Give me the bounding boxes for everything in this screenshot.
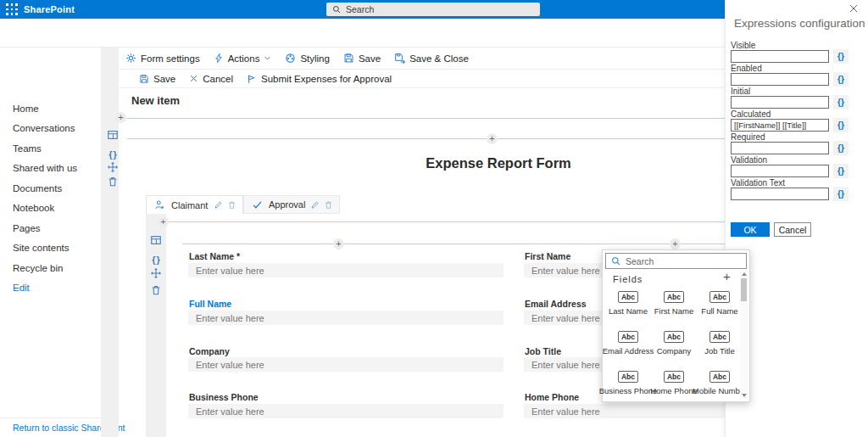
add-control-button-left-column[interactable]: +: [333, 238, 344, 249]
panel-input-visible[interactable]: [731, 50, 829, 63]
scroll-up-icon[interactable]: [742, 272, 747, 276]
top-search-box[interactable]: [326, 3, 540, 16]
styling-button[interactable]: Styling: [285, 53, 330, 64]
field-input-business-phone[interactable]: [188, 404, 504, 418]
popup-search-box[interactable]: [605, 253, 747, 269]
search-input[interactable]: [346, 4, 515, 14]
field-item-full-name[interactable]: AbcFull Name: [697, 289, 743, 329]
scrollbar-thumb[interactable]: [741, 278, 747, 301]
field-item-first-name[interactable]: AbcFirst Name: [651, 289, 697, 329]
field-item-job-title[interactable]: AbcJob Title: [697, 329, 743, 369]
sidebar-footer-divider: [0, 417, 101, 418]
panel-close-icon[interactable]: [849, 3, 859, 14]
form-cancel-button[interactable]: Cancel: [189, 74, 233, 84]
sidebar-item-pages[interactable]: Pages: [13, 223, 41, 233]
field-item-company[interactable]: AbcCompany: [651, 329, 697, 369]
field-input-full-name[interactable]: [188, 311, 504, 325]
save-close-button[interactable]: Save & Close: [394, 53, 469, 64]
tab-approval[interactable]: Approval: [243, 195, 340, 214]
form-settings-button[interactable]: Form settings: [125, 53, 200, 64]
layout-grid-icon[interactable]: [150, 234, 162, 246]
trash-icon[interactable]: [107, 176, 119, 188]
panel-label-initial: Initial: [731, 87, 750, 96]
panel-input-initial[interactable]: [731, 96, 829, 109]
page-title: New item: [131, 94, 180, 107]
chevron-down-icon: [264, 54, 271, 62]
submit-approval-button[interactable]: Submit Expenses for Approval: [247, 74, 392, 84]
panel-input-enabled[interactable]: [731, 73, 829, 86]
field-item-mobile-number[interactable]: AbcMobile Number: [697, 369, 743, 409]
field-item-email-address[interactable]: AbcEmail Address: [605, 329, 651, 369]
panel-input-calculated[interactable]: [731, 119, 829, 132]
expression-editor-button[interactable]: {}: [833, 49, 849, 64]
abc-text-field-icon: Abc: [618, 331, 638, 343]
add-control-button-right-column[interactable]: +: [670, 238, 681, 249]
field-input-company[interactable]: [188, 357, 504, 372]
sidebar-item-shared[interactable]: Shared with us: [13, 163, 77, 173]
ok-button[interactable]: OK: [731, 222, 770, 237]
add-field-button[interactable]: +: [723, 270, 731, 283]
panel-label-visible: Visible: [731, 41, 755, 50]
add-section-button[interactable]: +: [115, 112, 126, 123]
form-command-bar: Save Cancel Submit Expenses for Approval: [119, 70, 725, 88]
search-icon: [332, 5, 341, 14]
expression-editor-button[interactable]: {}: [833, 187, 849, 201]
sidebar-item-edit[interactable]: Edit: [13, 283, 30, 293]
expressions-braces-icon[interactable]: { }: [107, 146, 119, 158]
field-item-last-name[interactable]: AbcLast Name: [605, 289, 651, 329]
move-icon[interactable]: [107, 161, 119, 173]
add-control-button-title-row[interactable]: +: [487, 133, 498, 144]
field-item-home-phone[interactable]: AbcHome Phone: [651, 369, 697, 409]
tab-claimant[interactable]: Claimant: [146, 195, 243, 214]
edit-pencil-icon[interactable]: [214, 200, 223, 210]
fields-picker-popup: Fields + AbcLast Name AbcFirst Name AbcF…: [602, 249, 750, 402]
panel-label-validation-text: Validation Text: [731, 178, 785, 188]
panel-label-required: Required: [731, 132, 765, 142]
field-label-business-phone: Business Phone: [189, 392, 259, 402]
designer-toolbar: Form settings Actions Styling Save Save …: [119, 48, 725, 70]
field-input-last-name[interactable]: [188, 263, 504, 277]
abc-text-field-icon: Abc: [618, 291, 638, 303]
submit-flag-icon: [247, 74, 257, 84]
edit-pencil-icon[interactable]: [310, 200, 320, 210]
sidebar-item-recycle-bin[interactable]: Recycle bin: [13, 263, 63, 273]
field-item-business-phone[interactable]: AbcBusiness Phone: [605, 369, 651, 409]
panel-input-required[interactable]: [731, 142, 829, 154]
popup-scrollbar[interactable]: [740, 271, 748, 399]
delete-trash-icon[interactable]: [324, 200, 333, 210]
layout-grid-icon[interactable]: [107, 129, 119, 141]
actions-button[interactable]: Actions: [214, 53, 272, 64]
form-save-button[interactable]: Save: [139, 74, 175, 84]
expression-editor-button[interactable]: {}: [833, 164, 849, 178]
sidebar-item-notebook[interactable]: Notebook: [13, 203, 54, 213]
scroll-down-icon[interactable]: [742, 394, 747, 397]
sidebar-item-site-contents[interactable]: Site contents: [13, 243, 69, 253]
field-label-first-name: First Name: [525, 251, 570, 261]
popup-search-input[interactable]: [626, 256, 727, 266]
expressions-braces-icon[interactable]: { }: [150, 251, 162, 263]
panel-input-validation-text[interactable]: [731, 188, 829, 200]
panel-label-enabled: Enabled: [731, 64, 762, 73]
sidebar-item-home[interactable]: Home: [13, 104, 39, 114]
save-button[interactable]: Save: [343, 53, 381, 64]
save-icon: [139, 74, 149, 84]
expression-editor-button[interactable]: {}: [833, 141, 849, 155]
app-launcher-icon[interactable]: [6, 3, 18, 15]
sidebar-item-teams[interactable]: Teams: [13, 143, 42, 154]
delete-trash-icon[interactable]: [227, 200, 236, 210]
expression-editor-button[interactable]: {}: [833, 95, 849, 109]
move-icon[interactable]: [150, 267, 162, 279]
trash-icon[interactable]: [150, 284, 162, 296]
sidebar-item-conversations[interactable]: Conversations: [13, 123, 75, 133]
form-designer-strip: [101, 48, 119, 437]
field-label-last-name: Last Name *: [189, 251, 240, 261]
sidebar-item-documents[interactable]: Documents: [13, 183, 62, 193]
tab-label: Claimant: [171, 200, 208, 210]
expression-editor-button[interactable]: {}: [833, 118, 849, 132]
field-type-grid: AbcLast Name AbcFirst Name AbcFull Name …: [605, 289, 741, 409]
panel-input-validation[interactable]: [731, 165, 829, 177]
panel-title: Expressions configuration: [734, 17, 865, 30]
add-row-button-tab[interactable]: +: [158, 216, 169, 227]
expression-editor-button[interactable]: {}: [833, 72, 849, 87]
cancel-button[interactable]: Cancel: [774, 222, 811, 237]
